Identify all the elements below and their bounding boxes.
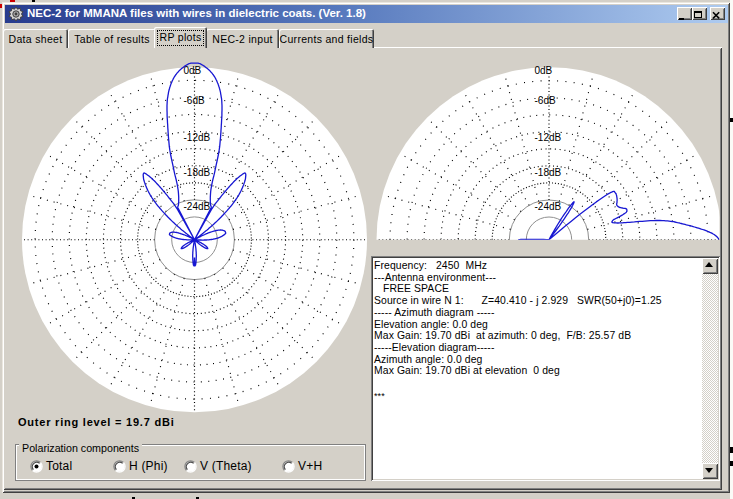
svg-text:-12dB: -12dB (184, 132, 211, 143)
svg-text:0dB: 0dB (184, 65, 202, 76)
svg-text:-24dB: -24dB (535, 201, 562, 212)
svg-text:-6dB: -6dB (535, 95, 556, 106)
svg-text:-6dB: -6dB (184, 95, 205, 106)
svg-text:-18dB: -18dB (535, 167, 562, 178)
svg-text:-24dB: -24dB (184, 201, 211, 212)
svg-text:-12dB: -12dB (535, 132, 562, 143)
svg-text:-18dB: -18dB (184, 167, 211, 178)
svg-text:0dB: 0dB (535, 65, 553, 76)
